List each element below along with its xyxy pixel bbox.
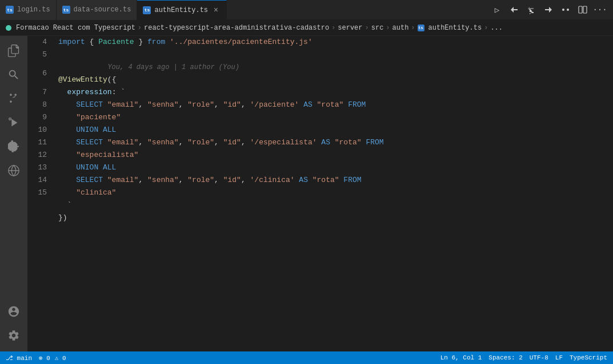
line-num-6: 6: [27, 61, 47, 86]
token: FROM: [343, 99, 366, 111]
token: ,: [214, 99, 219, 111]
code-line-6: @ViewEntity ({: [58, 74, 613, 86]
breadcrumb-item-5[interactable]: auth: [392, 24, 409, 32]
token: from: [147, 36, 165, 48]
code-line-8: SELECT "email" , "senha" , "role" , "id"…: [58, 99, 613, 111]
activity-extensions[interactable]: [2, 135, 25, 158]
token: UNION ALL: [58, 124, 116, 136]
line-num-7: 7: [27, 86, 47, 99]
token: ,: [241, 136, 250, 149]
token: FROM: [362, 136, 384, 149]
split-editor-button[interactable]: [575, 2, 590, 17]
breadcrumb-item-3[interactable]: server: [338, 24, 362, 32]
activity-search[interactable]: [2, 63, 25, 86]
line-num-4: 4: [27, 36, 47, 48]
token: "id": [219, 174, 241, 187]
close-icon[interactable]: ×: [211, 6, 221, 15]
code-line-13: `: [58, 199, 613, 212]
token: SELECT: [58, 174, 103, 187]
status-branch[interactable]: ⎇ main: [6, 354, 32, 362]
activity-remote[interactable]: [2, 159, 25, 182]
token: "role": [183, 174, 214, 187]
token: ,: [214, 174, 219, 187]
code-line-10: SELECT "email" , "senha" , "role" , "id"…: [58, 136, 613, 149]
token: UNION ALL: [58, 161, 116, 174]
breadcrumb-item-6[interactable]: authEntity.ts: [428, 24, 482, 32]
token: AS: [317, 136, 330, 149]
tab-auth-entity[interactable]: ts authEntity.ts ×: [137, 0, 227, 20]
tab-data-source[interactable]: ts data-source.ts: [57, 0, 138, 20]
token: }: [134, 36, 147, 48]
breadcrumb-item-7[interactable]: ...: [490, 24, 503, 32]
forward-button[interactable]: [541, 2, 556, 17]
status-ln-col[interactable]: Ln 6, Col 1: [440, 354, 482, 361]
breadcrumb-sep-6: ›: [484, 24, 488, 32]
open-changes-button[interactable]: [558, 2, 573, 17]
activity-explorer[interactable]: [2, 39, 25, 62]
token: "rota": [312, 99, 344, 111]
status-right: Ln 6, Col 1 Spaces: 2 UTF-8 LF TypeScrip…: [440, 354, 607, 361]
more-actions-button[interactable]: ···: [592, 2, 607, 17]
svg-point-4: [9, 118, 11, 120]
activity-source-control[interactable]: [2, 87, 25, 110]
token: ,: [179, 136, 183, 149]
code-line-4: import { Paciente } from '../pacientes/p…: [58, 36, 613, 48]
status-line-ending[interactable]: LF: [555, 354, 563, 361]
tab-login[interactable]: ts login.ts: [0, 0, 57, 20]
token: "paciente": [58, 111, 121, 124]
activity-run[interactable]: [2, 111, 25, 134]
token: '/especialista': [250, 136, 317, 149]
ts-icon: ts: [143, 6, 151, 14]
code-line-7: expression : `: [58, 86, 613, 99]
code-line-12b: "clinica": [58, 187, 613, 199]
line-num-5: 5: [27, 48, 47, 61]
token: "role": [183, 136, 214, 149]
breadcrumb-item-1[interactable]: Formacao React com Typescript: [16, 24, 135, 32]
svg-point-1: [567, 9, 569, 11]
token: "senha": [143, 174, 178, 187]
token: : `: [112, 86, 125, 99]
line-num-15: 15: [27, 187, 47, 199]
svg-rect-3: [583, 6, 587, 13]
token: "email": [103, 99, 138, 111]
breadcrumb-dot: [6, 25, 11, 31]
breadcrumb-item-2[interactable]: react-typescript-area-administrativa-cad…: [144, 24, 329, 32]
editor-actions: ▷ ···: [490, 2, 613, 17]
breadcrumb: Formacao React com Typescript › react-ty…: [0, 20, 613, 36]
token: expression: [67, 86, 112, 99]
status-encoding[interactable]: UTF-8: [530, 354, 548, 361]
code-container[interactable]: 4 5 6 7 8 9 10 11 12 13 14 15 import { P…: [27, 36, 613, 351]
status-spaces[interactable]: Spaces: 2: [488, 354, 522, 361]
code-lines: import { Paciente } from '../pacientes/p…: [56, 36, 613, 351]
token: ,: [138, 174, 143, 187]
token: "email": [103, 136, 138, 149]
token: AS: [299, 99, 312, 111]
go-forward-alt-button[interactable]: [524, 2, 539, 17]
git-lens-text: You, 4 days ago | 1 author (You): [107, 61, 239, 74]
line-num-9: 9: [27, 111, 47, 124]
line-num-14: 14: [27, 174, 47, 187]
token: {: [85, 36, 98, 48]
run-button[interactable]: ▷: [490, 2, 504, 17]
activity-accounts[interactable]: [2, 300, 25, 323]
token: "rota": [308, 174, 339, 187]
activity-settings[interactable]: [2, 324, 25, 347]
code-line-11: UNION ALL: [58, 161, 613, 174]
status-warnings[interactable]: ⚠ 0: [55, 354, 66, 362]
go-back-button[interactable]: [507, 2, 522, 17]
breadcrumb-sep-5: ›: [411, 24, 415, 32]
breadcrumb-item-4[interactable]: src: [371, 24, 384, 32]
token: ,: [179, 174, 183, 187]
line-num-11: 11: [27, 136, 47, 149]
status-lang[interactable]: TypeScript: [570, 354, 607, 361]
code-line-8b: "paciente": [58, 111, 613, 124]
git-lens-annotation: You, 4 days ago | 1 author (You): [58, 61, 613, 74]
token: '/clinica': [250, 174, 295, 187]
line-num-12: 12: [27, 149, 47, 161]
token: ,: [138, 99, 143, 111]
token: '/paciente': [250, 99, 299, 111]
code-line-10b: "especialista": [58, 149, 613, 161]
status-errors[interactable]: ⊗ 0: [39, 354, 50, 362]
token: ,: [241, 99, 250, 111]
activity-bar: [0, 36, 27, 351]
